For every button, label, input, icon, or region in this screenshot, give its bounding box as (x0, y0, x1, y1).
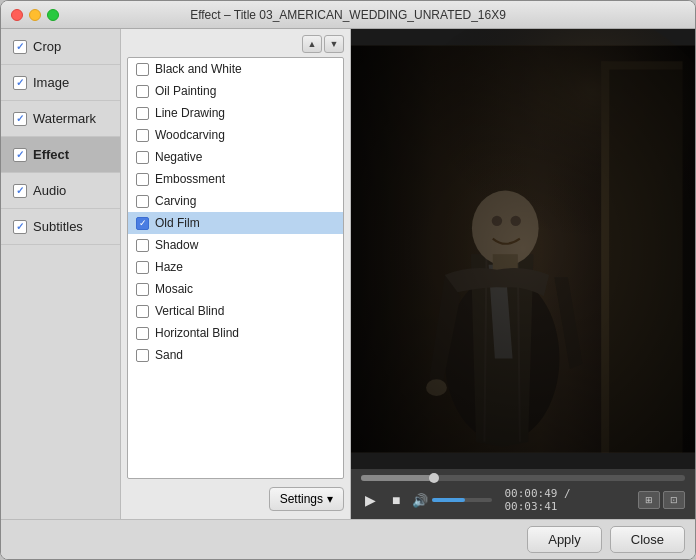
sand-label: Sand (155, 348, 183, 362)
audio-checkbox[interactable] (13, 184, 27, 198)
settings-bar: Settings ▾ (121, 479, 350, 519)
negative-checkbox[interactable] (136, 151, 149, 164)
close-window-button[interactable] (11, 9, 23, 21)
settings-button[interactable]: Settings ▾ (269, 487, 344, 511)
transport-bar: ▶ ■ 🔊 00:00:49 / 00:03:41 ⊞ ⊡ (351, 469, 695, 519)
settings-label: Settings (280, 492, 323, 506)
sidebar: Crop Image Watermark Effect Audio Subtit… (1, 29, 121, 519)
line-checkbox[interactable] (136, 107, 149, 120)
play-button[interactable]: ▶ (361, 490, 380, 510)
traffic-lights (11, 9, 59, 21)
volume-fill (432, 498, 465, 502)
effect-item-negative[interactable]: Negative (128, 146, 343, 168)
negative-label: Negative (155, 150, 202, 164)
stop-button[interactable]: ■ (388, 490, 404, 510)
mosaic-checkbox[interactable] (136, 283, 149, 296)
video-scene (351, 29, 695, 469)
effect-item-woodcarving[interactable]: Woodcarving (128, 124, 343, 146)
oldfilm-label: Old Film (155, 216, 200, 230)
oil-checkbox[interactable] (136, 85, 149, 98)
view-button-1[interactable]: ⊞ (638, 491, 660, 509)
effects-panel: ▲ ▼ Black and White Oil Painting Line Dr… (121, 29, 351, 519)
sand-checkbox[interactable] (136, 349, 149, 362)
mosaic-label: Mosaic (155, 282, 193, 296)
effect-item-vblind[interactable]: Vertical Blind (128, 300, 343, 322)
effect-item-oldfilm[interactable]: Old Film (128, 212, 343, 234)
bw-label: Black and White (155, 62, 242, 76)
seek-fill (361, 475, 432, 481)
main-content: Crop Image Watermark Effect Audio Subtit… (1, 29, 695, 519)
sidebar-item-image[interactable]: Image (1, 65, 120, 101)
close-button[interactable]: Close (610, 526, 685, 553)
bw-checkbox[interactable] (136, 63, 149, 76)
title-bar: Effect – Title 03_AMERICAN_WEDDING_UNRAT… (1, 1, 695, 29)
effect-item-bw[interactable]: Black and White (128, 58, 343, 80)
watermark-label: Watermark (33, 111, 96, 126)
crop-label: Crop (33, 39, 61, 54)
volume-icon: 🔊 (412, 493, 428, 508)
apply-button[interactable]: Apply (527, 526, 602, 553)
audio-label: Audio (33, 183, 66, 198)
time-current: 00:00:49 (504, 487, 557, 500)
effect-item-hblind[interactable]: Horizontal Blind (128, 322, 343, 344)
hblind-checkbox[interactable] (136, 327, 149, 340)
sidebar-item-subtitles[interactable]: Subtitles (1, 209, 120, 245)
volume-area: 🔊 (412, 493, 492, 508)
crop-checkbox[interactable] (13, 40, 27, 54)
hblind-label: Horizontal Blind (155, 326, 239, 340)
effects-list[interactable]: Black and White Oil Painting Line Drawin… (127, 57, 344, 479)
oil-label: Oil Painting (155, 84, 216, 98)
carving-checkbox[interactable] (136, 195, 149, 208)
window-title: Effect – Title 03_AMERICAN_WEDDING_UNRAT… (190, 8, 506, 22)
effect-item-line[interactable]: Line Drawing (128, 102, 343, 124)
effect-item-oil[interactable]: Oil Painting (128, 80, 343, 102)
shadow-checkbox[interactable] (136, 239, 149, 252)
image-checkbox[interactable] (13, 76, 27, 90)
sidebar-item-audio[interactable]: Audio (1, 173, 120, 209)
seek-bar[interactable] (361, 475, 685, 481)
effect-item-haze[interactable]: Haze (128, 256, 343, 278)
image-label: Image (33, 75, 69, 90)
effect-item-sand[interactable]: Sand (128, 344, 343, 366)
vblind-checkbox[interactable] (136, 305, 149, 318)
volume-bar[interactable] (432, 498, 492, 502)
watermark-checkbox[interactable] (13, 112, 27, 126)
sidebar-item-crop[interactable]: Crop (1, 29, 120, 65)
sidebar-item-watermark[interactable]: Watermark (1, 101, 120, 137)
seek-thumb[interactable] (429, 473, 439, 483)
haze-checkbox[interactable] (136, 261, 149, 274)
time-separator: / (557, 487, 570, 500)
carving-label: Carving (155, 194, 196, 208)
list-header: ▲ ▼ (121, 29, 350, 57)
vblind-label: Vertical Blind (155, 304, 224, 318)
main-window: Effect – Title 03_AMERICAN_WEDDING_UNRAT… (0, 0, 696, 560)
effect-item-embossment[interactable]: Embossment (128, 168, 343, 190)
transport-controls: ▶ ■ 🔊 00:00:49 / 00:03:41 ⊞ ⊡ (361, 487, 685, 513)
line-label: Line Drawing (155, 106, 225, 120)
view-buttons: ⊞ ⊡ (638, 491, 685, 509)
oldfilm-checkbox[interactable] (136, 217, 149, 230)
embossment-checkbox[interactable] (136, 173, 149, 186)
shadow-label: Shadow (155, 238, 198, 252)
arrow-up-button[interactable]: ▲ (302, 35, 322, 53)
sidebar-item-effect[interactable]: Effect (1, 137, 120, 173)
effect-checkbox[interactable] (13, 148, 27, 162)
woodcarving-label: Woodcarving (155, 128, 225, 142)
time-total: 00:03:41 (504, 500, 557, 513)
haze-label: Haze (155, 260, 183, 274)
video-preview (351, 29, 695, 469)
embossment-label: Embossment (155, 172, 225, 186)
arrow-down-button[interactable]: ▼ (324, 35, 344, 53)
maximize-window-button[interactable] (47, 9, 59, 21)
minimize-window-button[interactable] (29, 9, 41, 21)
effect-item-carving[interactable]: Carving (128, 190, 343, 212)
settings-chevron-icon: ▾ (327, 492, 333, 506)
svg-rect-14 (351, 46, 695, 453)
effect-item-mosaic[interactable]: Mosaic (128, 278, 343, 300)
effect-item-shadow[interactable]: Shadow (128, 234, 343, 256)
view-button-2[interactable]: ⊡ (663, 491, 685, 509)
woodcarving-checkbox[interactable] (136, 129, 149, 142)
subtitles-checkbox[interactable] (13, 220, 27, 234)
time-display: 00:00:49 / 00:03:41 (504, 487, 622, 513)
video-panel: ▶ ■ 🔊 00:00:49 / 00:03:41 ⊞ ⊡ (351, 29, 695, 519)
